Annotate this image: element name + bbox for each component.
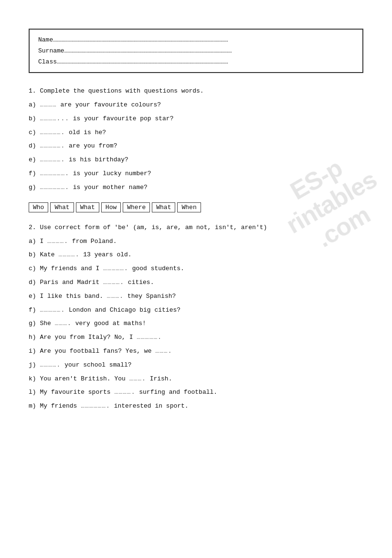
list-item: b) …………... is your favourite pop star? — [29, 114, 363, 124]
item-blank: …………. — [114, 388, 135, 398]
list-item: m) My friends ………………. interested in spor… — [29, 401, 363, 411]
list-item: i) Are you football fans? Yes, we ………. — [29, 347, 363, 357]
item-text: Are you from Italy? No, I — [40, 334, 137, 341]
list-item: e) ……………. is his birthday? — [29, 155, 363, 165]
section-2: 2. Use correct form of 'be' (am, is, are… — [29, 224, 363, 411]
item-letter: e) — [29, 293, 40, 300]
item-blank: ………………. — [40, 169, 69, 179]
item-letter: a) — [29, 101, 40, 108]
item-letter: b) — [29, 251, 40, 258]
word-box-what3: What — [152, 202, 175, 212]
list-item: d) ……………. are you from? — [29, 141, 363, 151]
item-letter: f) — [29, 170, 40, 177]
item-blank: ………… — [40, 100, 56, 110]
item-letter: m) — [29, 402, 40, 410]
item-blank: …………. — [103, 278, 124, 288]
item-blank: ………. — [107, 292, 124, 302]
item-text: interested in sport. — [110, 402, 189, 410]
item-blank: …………. — [47, 237, 68, 247]
surname-dots: …………………………………………………………………………………………………………… — [64, 47, 232, 54]
list-item: g) She ………. very good at maths! — [29, 319, 363, 329]
item-text: surfing and football. — [135, 389, 217, 396]
item-text: old is he? — [65, 129, 106, 136]
word-box-who: Who — [29, 202, 48, 212]
name-label: Name — [38, 36, 53, 43]
class-dots: …………………………………………………………………………………………………………… — [57, 58, 228, 65]
item-letter: f) — [29, 306, 40, 314]
word-box-row: Who What What How Where What When — [29, 202, 363, 212]
item-blank: ………………. — [40, 183, 69, 193]
name-dots: …………………………………………………………………………………………………………… — [53, 36, 228, 43]
item-letter: k) — [29, 375, 40, 382]
section-2-title: 2. Use correct form of 'be' (am, is, are… — [29, 224, 363, 231]
item-text: Kate — [40, 251, 58, 258]
section-1: 1. Complete the questions with questions… — [29, 87, 363, 212]
item-text: My friends and I — [40, 265, 103, 272]
item-blank: …………. — [58, 250, 79, 260]
list-item: f) ………………. is your lucky number? — [29, 169, 363, 179]
class-field: Class……………………………………………………………………………………………… — [38, 58, 354, 65]
item-text: is your lucky number? — [69, 170, 151, 177]
item-blank: ……………. — [40, 305, 65, 316]
item-blank: ……………. — [103, 264, 128, 274]
item-text: from Poland. — [68, 238, 117, 245]
item-text: cities. — [124, 279, 154, 286]
list-item: a) ………… are your favourite colours? — [29, 100, 363, 110]
item-blank: ………. — [55, 319, 72, 329]
list-item: a) I …………. from Poland. — [29, 237, 363, 247]
item-text: very good at maths! — [72, 320, 146, 327]
item-text: You aren't British. You — [40, 375, 129, 382]
item-text: they Spanish? — [124, 293, 176, 300]
name-field: Name………………………………………………………………………………………………… — [38, 36, 354, 43]
list-item: l) My favourite sports …………. surfing and… — [29, 388, 363, 398]
class-label: Class — [38, 58, 57, 65]
list-item: e) I like this band. ………. they Spanish? — [29, 292, 363, 302]
list-item: b) Kate …………. 13 years old. — [29, 250, 363, 260]
item-letter: l) — [29, 389, 40, 396]
item-letter: h) — [29, 334, 40, 341]
item-text: I like this band. — [40, 293, 106, 300]
word-box-what1: What — [50, 202, 74, 212]
item-blank: ……………. — [137, 333, 162, 343]
item-blank: ………. — [155, 347, 172, 357]
list-item: d) Paris and Madrit …………. cities. — [29, 278, 363, 288]
item-letter: d) — [29, 279, 40, 286]
item-text: Are you football fans? Yes, we — [40, 347, 155, 355]
item-text: are you from? — [65, 142, 117, 149]
item-blank: ……………. — [40, 155, 65, 165]
item-text: I — [40, 238, 47, 245]
item-text: your school small? — [61, 361, 131, 368]
surname-field: Surname………………………………………………………………………………………… — [38, 47, 354, 54]
surname-label: Surname — [38, 47, 64, 54]
item-text: is his birthday? — [65, 156, 128, 163]
item-letter: i) — [29, 347, 40, 355]
item-text: is your mother name? — [69, 184, 148, 191]
list-item: c) ……………. old is he? — [29, 128, 363, 138]
item-letter: g) — [29, 184, 40, 191]
item-blank: …………... — [40, 114, 69, 124]
item-text: is your favourite pop star? — [69, 115, 173, 122]
item-text: My favourite sports — [40, 389, 114, 396]
word-box-what2: What — [76, 202, 99, 212]
item-text: My friends — [40, 402, 81, 410]
item-blank: ………………. — [81, 401, 110, 411]
list-item: c) My friends and I ……………. good students… — [29, 264, 363, 274]
item-letter: c) — [29, 129, 40, 136]
item-text: Paris and Madrit — [40, 279, 103, 286]
item-letter: e) — [29, 156, 40, 163]
word-box-when: When — [177, 202, 201, 212]
list-item: j) …………. your school small? — [29, 360, 363, 370]
item-letter: b) — [29, 115, 40, 122]
item-letter: c) — [29, 265, 40, 272]
item-letter: g) — [29, 320, 40, 327]
item-letter: d) — [29, 142, 40, 149]
list-item: f) ……………. London and Chicago big cities? — [29, 305, 363, 316]
item-letter: a) — [29, 238, 40, 245]
item-blank: ……………. — [40, 128, 65, 138]
header-box: Name………………………………………………………………………………………………… — [29, 29, 363, 73]
item-blank: ……………. — [40, 141, 65, 151]
item-text: good students. — [128, 265, 184, 272]
word-box-how: How — [101, 202, 121, 212]
word-box-where: Where — [123, 202, 150, 212]
list-item: k) You aren't British. You ………. Irish. — [29, 374, 363, 384]
